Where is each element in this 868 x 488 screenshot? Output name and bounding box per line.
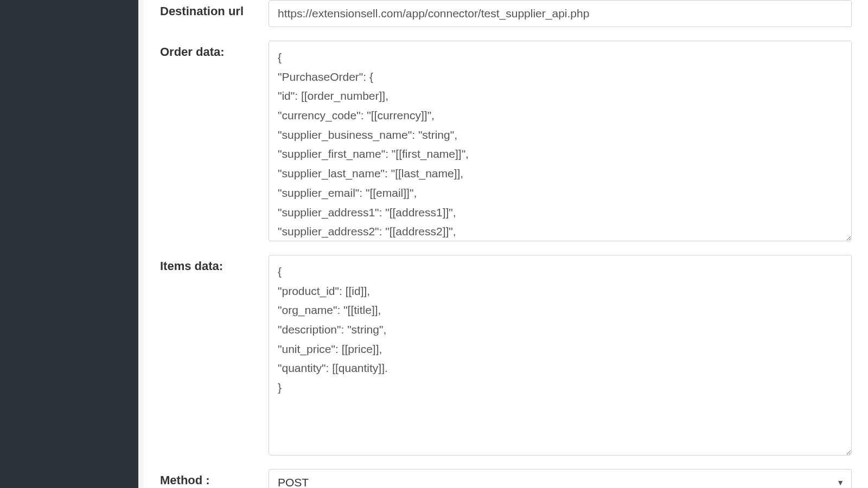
method-label: Method : xyxy=(160,469,269,487)
destination-url-input[interactable] xyxy=(269,0,852,27)
destination-url-row: Destination url xyxy=(160,0,852,27)
method-select[interactable]: POST xyxy=(269,469,852,488)
items-data-row: Items data: { "product_id": [[id]], "org… xyxy=(160,255,852,455)
order-data-textarea[interactable]: { "PurchaseOrder": { "id": [[order_numbe… xyxy=(269,41,852,241)
method-row: Method : POST ▼ xyxy=(160,469,852,488)
content-area: Destination url Order data: { "PurchaseO… xyxy=(138,0,868,488)
order-data-row: Order data: { "PurchaseOrder": { "id": [… xyxy=(160,41,852,241)
destination-url-label: Destination url xyxy=(160,0,269,18)
form-container: Destination url Order data: { "PurchaseO… xyxy=(144,0,868,488)
items-data-textarea[interactable]: { "product_id": [[id]], "org_name": "[[t… xyxy=(269,255,852,455)
order-data-label: Order data: xyxy=(160,41,269,59)
items-data-label: Items data: xyxy=(160,255,269,273)
sidebar xyxy=(0,0,138,488)
method-select-wrapper: POST ▼ xyxy=(269,469,852,488)
